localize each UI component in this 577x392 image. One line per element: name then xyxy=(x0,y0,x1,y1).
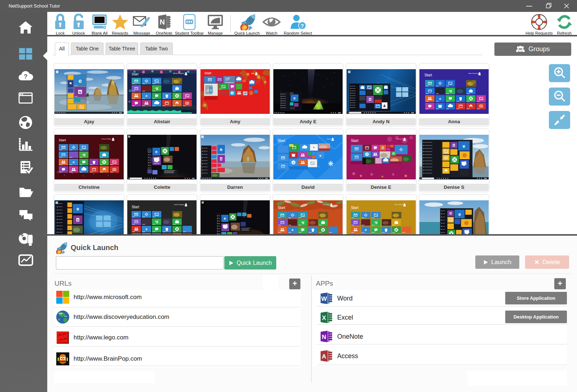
svg-text:Denise E: Denise E xyxy=(396,138,402,140)
svg-text:e: e xyxy=(73,160,75,164)
svg-text:S: S xyxy=(366,153,368,156)
svg-text:?: ? xyxy=(24,73,27,80)
svg-text:N: N xyxy=(313,146,315,148)
svg-text:N: N xyxy=(453,144,454,146)
svg-text:S: S xyxy=(232,92,233,94)
svg-text:Microsoft: Microsoft xyxy=(154,163,159,164)
svg-text:Karen Ward: Karen Ward xyxy=(395,204,403,205)
svg-text:N: N xyxy=(220,158,222,160)
svg-text:Alistair Kingsley: Alistair Kingsley xyxy=(173,72,184,74)
svg-text:Start: Start xyxy=(351,206,358,210)
svg-text:N: N xyxy=(450,212,452,214)
svg-text:A: A xyxy=(322,353,326,360)
svg-text:Anna Simond: Anna Simond xyxy=(468,72,478,74)
svg-text:X: X xyxy=(322,315,326,321)
svg-text:e: e xyxy=(146,94,147,98)
svg-text:S: S xyxy=(210,89,212,92)
svg-text:Start: Start xyxy=(132,205,139,209)
svg-text:Start: Start xyxy=(278,206,285,210)
svg-text:e: e xyxy=(220,147,222,152)
svg-text:e: e xyxy=(458,212,461,217)
svg-text:e: e xyxy=(76,206,79,211)
svg-text:e: e xyxy=(320,154,321,157)
svg-text:e: e xyxy=(292,228,294,232)
svg-text:N: N xyxy=(79,90,81,94)
svg-text:N: N xyxy=(369,98,371,101)
svg-text:Start: Start xyxy=(59,138,66,142)
svg-text:Jackie Gregory: Jackie Gregory xyxy=(174,204,185,205)
svg-text:e: e xyxy=(146,227,147,231)
svg-text:N: N xyxy=(77,218,79,222)
svg-text:Amy: Amy xyxy=(251,72,255,74)
svg-text:Start: Start xyxy=(351,139,358,143)
svg-text:Start: Start xyxy=(204,71,211,75)
svg-text:N: N xyxy=(160,18,165,26)
svg-text:Start: Start xyxy=(424,73,432,77)
svg-text:Christine Riley: Christine Riley xyxy=(101,138,111,140)
svg-text:?: ? xyxy=(300,23,304,29)
svg-text:e: e xyxy=(365,228,366,232)
svg-text:Jess Gray: Jess Gray xyxy=(323,204,330,205)
svg-text:e: e xyxy=(224,217,226,220)
svg-text:Start: Start xyxy=(132,72,138,76)
svg-text:e: e xyxy=(294,96,296,100)
svg-text:e: e xyxy=(79,77,82,84)
svg-text:Start: Start xyxy=(278,139,285,143)
svg-text:W: W xyxy=(321,295,327,302)
svg-text:e: e xyxy=(155,150,158,154)
svg-text:S: S xyxy=(292,161,295,164)
svg-text:19°: 19° xyxy=(225,77,230,81)
svg-text:David: David xyxy=(327,138,331,140)
svg-text:N: N xyxy=(322,334,326,340)
svg-text:e: e xyxy=(439,97,441,101)
svg-text:e: e xyxy=(463,143,466,149)
svg-text:N: N xyxy=(382,147,383,149)
